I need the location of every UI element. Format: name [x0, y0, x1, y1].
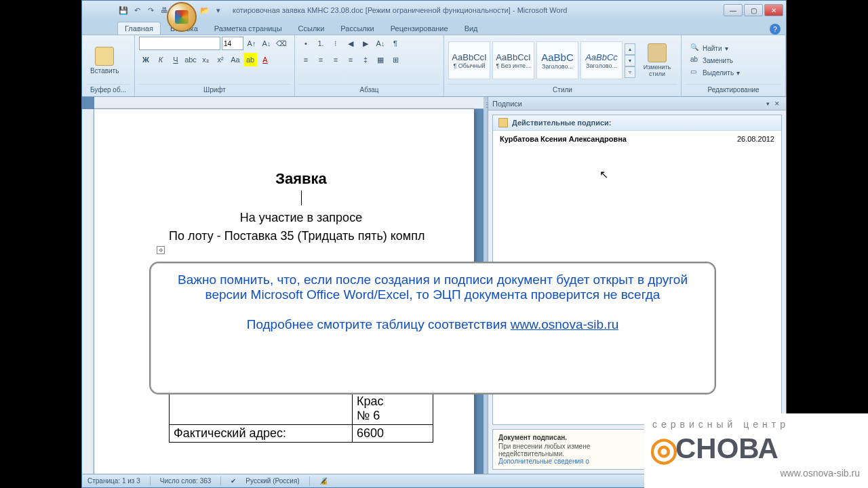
style-no-spacing[interactable]: AaBbCcI ¶ Без инте...: [492, 41, 534, 79]
group-paragraph-label: Абзац: [299, 84, 439, 95]
font-size-combo[interactable]: [222, 37, 243, 50]
proofing-icon[interactable]: ✔: [231, 477, 236, 485]
bullets-button[interactable]: •: [299, 37, 313, 50]
certificate-icon: [498, 118, 508, 127]
increase-indent-button[interactable]: ▶: [359, 37, 372, 50]
tab-references[interactable]: Ссылки: [292, 22, 332, 35]
show-marks-button[interactable]: ¶: [389, 37, 402, 50]
clear-format-icon[interactable]: ⌫: [275, 37, 288, 50]
shrink-font-icon[interactable]: A↓: [260, 37, 273, 50]
info-callout: Важно помнить, что, если после создания …: [149, 262, 716, 394]
tab-mailings[interactable]: Рассылки: [334, 22, 380, 35]
window-title: котировочная заявка КМНС 23.08.doc [Режи…: [233, 6, 724, 14]
replace-icon: ab: [690, 56, 700, 65]
horizontal-ruler[interactable]: [94, 97, 484, 109]
grow-font-icon[interactable]: A↑: [245, 37, 258, 50]
sort-button[interactable]: A↓: [374, 37, 387, 50]
style-name: Заголово...: [586, 62, 617, 69]
align-left-button[interactable]: ≡: [299, 53, 313, 66]
style-scroll-down[interactable]: ▾: [625, 55, 635, 66]
style-preview: AaBbCcI: [452, 52, 486, 62]
logo-brand: ◎ СНОВА: [652, 430, 860, 468]
style-heading1[interactable]: AaBbC Заголово...: [536, 41, 578, 79]
style-scroll-up[interactable]: ▴: [625, 43, 635, 55]
pane-close-icon[interactable]: ✕: [772, 99, 782, 108]
align-center-button[interactable]: ≡: [314, 53, 328, 66]
select-icon: ▭: [690, 68, 700, 77]
window-controls: — ▢ ✕: [724, 4, 783, 16]
group-editing: 🔍Найти ▾ abЗаменить ▭Выделить ▾ Редактир…: [682, 35, 786, 96]
decrease-indent-button[interactable]: ◀: [344, 37, 357, 50]
borders-button[interactable]: ⊞: [389, 53, 402, 66]
tab-review[interactable]: Рецензирование: [384, 22, 455, 35]
text-cursor: [301, 190, 302, 205]
qat-save-icon[interactable]: 💾: [117, 4, 130, 16]
font-color-button[interactable]: A: [258, 53, 272, 66]
highlight-button[interactable]: ab: [243, 53, 257, 66]
numbering-button[interactable]: 1.: [314, 37, 328, 50]
strike-button[interactable]: abc: [184, 53, 197, 66]
find-button[interactable]: 🔍Найти ▾: [688, 43, 742, 54]
justify-button[interactable]: ≡: [344, 53, 357, 66]
change-styles-icon: [648, 43, 667, 62]
group-font: A↑ A↓ ⌫ Ж К Ч abc x₂ x² Aa ab A Шрифт: [135, 35, 295, 96]
group-clipboard-label: Буфер об...: [86, 84, 130, 95]
signature-entry[interactable]: Курбатова Ксения Александровна 26.08.201…: [493, 131, 781, 147]
change-styles-button[interactable]: Изменить стили: [637, 41, 677, 80]
logo-mark-icon: ◎: [650, 430, 678, 468]
signature-status-icon[interactable]: 🔏: [319, 477, 328, 485]
style-preview: AaBbCcI: [496, 52, 530, 62]
paste-label: Вставить: [90, 67, 119, 75]
qat-redo-icon[interactable]: ↷: [144, 4, 157, 16]
doc-lot-line: По лоту - Поставка 35 (Тридцать пять) ко…: [169, 229, 433, 243]
shading-button[interactable]: ▦: [374, 53, 387, 66]
group-paragraph: • 1. ⁝ ◀ ▶ A↓ ¶ ≡ ≡ ≡ ≡ ‡ ▦ ⊞: [295, 35, 444, 96]
underline-button[interactable]: Ч: [169, 53, 182, 66]
table-anchor-icon[interactable]: ✥: [157, 246, 165, 254]
signatures-title: Подписи: [492, 100, 522, 108]
vertical-ruler[interactable]: [82, 109, 94, 474]
style-expand[interactable]: ▿: [625, 66, 635, 78]
qat-dropdown-icon[interactable]: ▾: [212, 4, 224, 16]
qat-undo-icon[interactable]: ↶: [131, 4, 143, 16]
qat-open-icon[interactable]: 📂: [199, 4, 211, 16]
style-normal[interactable]: AaBbCcI ¶ Обычный: [448, 41, 490, 79]
callout-link[interactable]: www.osnova-sib.ru: [511, 317, 618, 331]
font-name-combo[interactable]: [139, 37, 220, 50]
style-heading2[interactable]: AaBbCc Заголово...: [580, 41, 623, 79]
superscript-button[interactable]: x²: [214, 53, 227, 66]
replace-button[interactable]: abЗаменить: [688, 55, 742, 66]
select-button[interactable]: ▭Выделить ▾: [688, 67, 742, 78]
minimize-button[interactable]: —: [724, 4, 743, 16]
bold-button[interactable]: Ж: [139, 53, 153, 66]
align-right-button[interactable]: ≡: [329, 53, 342, 66]
help-icon[interactable]: ?: [770, 24, 781, 35]
status-language[interactable]: Русский (Россия): [245, 477, 299, 485]
cell-right: 6600: [353, 425, 388, 442]
multilevel-button[interactable]: ⁝: [329, 37, 342, 50]
italic-button[interactable]: К: [154, 53, 167, 66]
ribbon: Вставить Буфер об... A↑ A↓ ⌫ Ж К Ч abc: [82, 35, 786, 97]
change-case-button[interactable]: Aa: [229, 53, 242, 66]
style-preview: AaBbCc: [585, 52, 618, 62]
paste-icon: [95, 47, 114, 66]
style-name: ¶ Без инте...: [496, 62, 530, 69]
paste-button[interactable]: Вставить: [86, 44, 123, 77]
office-button[interactable]: [167, 2, 197, 32]
cell-left: [170, 393, 353, 424]
group-styles-label: Стили: [448, 84, 677, 95]
line-spacing-button[interactable]: ‡: [359, 53, 372, 66]
tab-layout[interactable]: Разметка страницы: [208, 22, 289, 35]
group-clipboard: Вставить Буфер об...: [82, 35, 135, 96]
subscript-button[interactable]: x₂: [199, 53, 212, 66]
tab-home[interactable]: Главная: [117, 22, 161, 35]
status-wordcount[interactable]: Число слов: 363: [160, 477, 212, 485]
status-page[interactable]: Страница: 1 из 3: [87, 477, 140, 485]
style-name: Заголово...: [542, 63, 573, 70]
maximize-button[interactable]: ▢: [744, 4, 763, 16]
tab-view[interactable]: Вид: [458, 22, 485, 35]
close-button[interactable]: ✕: [764, 4, 783, 16]
separator: [220, 476, 221, 486]
group-editing-label: Редактирование: [686, 84, 781, 95]
pane-menu-icon[interactable]: ▾: [763, 99, 772, 108]
